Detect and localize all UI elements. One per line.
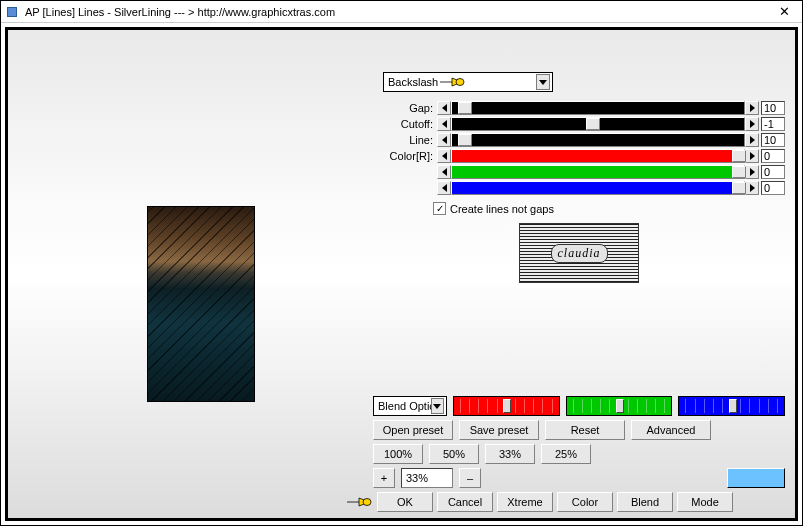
color-g-dec[interactable] xyxy=(437,165,451,179)
blend-b-slider[interactable] xyxy=(678,396,785,416)
vendor-logo-text: claudia xyxy=(551,244,608,263)
gap-dec[interactable] xyxy=(437,101,451,115)
save-preset-button[interactable]: Save preset xyxy=(459,420,539,440)
cancel-button[interactable]: Cancel xyxy=(437,492,493,512)
preview-pane xyxy=(8,30,373,518)
blend-r-slider[interactable] xyxy=(453,396,560,416)
effect-dropdown[interactable]: Backslash xyxy=(383,72,553,92)
gap-inc[interactable] xyxy=(745,101,759,115)
preview-image xyxy=(147,206,255,402)
pointing-hand-icon xyxy=(345,493,373,511)
cutoff-inc[interactable] xyxy=(745,117,759,131)
blend-dropdown-value: Blend Optic xyxy=(378,400,431,412)
cutoff-value[interactable]: -1 xyxy=(761,117,785,131)
chevron-down-icon xyxy=(536,74,550,90)
gap-label: Gap: xyxy=(373,102,437,114)
zoom-in-button[interactable]: + xyxy=(373,468,395,488)
window-title: AP [Lines] Lines - SilverLining --- > ht… xyxy=(25,6,770,18)
color-b-value[interactable]: 0 xyxy=(761,181,785,195)
color-b-inc[interactable] xyxy=(745,181,759,195)
chevron-down-icon xyxy=(431,398,444,414)
line-inc[interactable] xyxy=(745,133,759,147)
reset-button[interactable]: Reset xyxy=(545,420,625,440)
blend-dropdown[interactable]: Blend Optic xyxy=(373,396,447,416)
zoom-33-button[interactable]: 33% xyxy=(485,444,535,464)
color-r-slider[interactable] xyxy=(451,149,745,163)
line-label: Line: xyxy=(373,134,437,146)
zoom-25-button[interactable]: 25% xyxy=(541,444,591,464)
color-g-slider[interactable] xyxy=(451,165,745,179)
svg-point-0 xyxy=(456,79,464,86)
color-swatch[interactable] xyxy=(727,468,785,488)
color-button[interactable]: Color xyxy=(557,492,613,512)
advanced-button[interactable]: Advanced xyxy=(631,420,711,440)
color-b-slider[interactable] xyxy=(451,181,745,195)
zoom-out-button[interactable]: – xyxy=(459,468,481,488)
color-g-value[interactable]: 0 xyxy=(761,165,785,179)
pointing-hand-icon xyxy=(438,73,466,91)
create-lines-label: Create lines not gaps xyxy=(450,203,554,215)
xtreme-button[interactable]: Xtreme xyxy=(497,492,553,512)
cutoff-dec[interactable] xyxy=(437,117,451,131)
open-preset-button[interactable]: Open preset xyxy=(373,420,453,440)
plugin-window: AP [Lines] Lines - SilverLining --- > ht… xyxy=(0,0,803,526)
ok-button[interactable]: OK xyxy=(377,492,433,512)
main-panel: Backslash Gap: 10 Cutoff: xyxy=(5,27,798,521)
mode-button[interactable]: Mode xyxy=(677,492,733,512)
color-r-value[interactable]: 0 xyxy=(761,149,785,163)
cutoff-label: Cutoff: xyxy=(373,118,437,130)
create-lines-checkbox[interactable] xyxy=(433,202,446,215)
zoom-100-button[interactable]: 100% xyxy=(373,444,423,464)
blend-button[interactable]: Blend xyxy=(617,492,673,512)
vendor-logo: claudia xyxy=(519,223,639,283)
titlebar: AP [Lines] Lines - SilverLining --- > ht… xyxy=(1,1,802,23)
line-dec[interactable] xyxy=(437,133,451,147)
controls-pane: Backslash Gap: 10 Cutoff: xyxy=(373,30,795,518)
zoom-value[interactable]: 33% xyxy=(401,468,453,488)
cutoff-slider[interactable] xyxy=(451,117,745,131)
line-value[interactable]: 10 xyxy=(761,133,785,147)
color-b-dec[interactable] xyxy=(437,181,451,195)
gap-value[interactable]: 10 xyxy=(761,101,785,115)
svg-point-1 xyxy=(363,499,371,506)
blend-g-slider[interactable] xyxy=(566,396,673,416)
bottom-panel: Blend Optic xyxy=(373,396,785,512)
line-slider[interactable] xyxy=(451,133,745,147)
gap-slider[interactable] xyxy=(451,101,745,115)
color-r-label: Color[R]: xyxy=(373,150,437,162)
zoom-50-button[interactable]: 50% xyxy=(429,444,479,464)
app-icon xyxy=(5,5,19,19)
color-g-inc[interactable] xyxy=(745,165,759,179)
color-r-dec[interactable] xyxy=(437,149,451,163)
effect-dropdown-value: Backslash xyxy=(388,76,438,88)
color-r-inc[interactable] xyxy=(745,149,759,163)
close-button[interactable]: ✕ xyxy=(770,3,798,21)
